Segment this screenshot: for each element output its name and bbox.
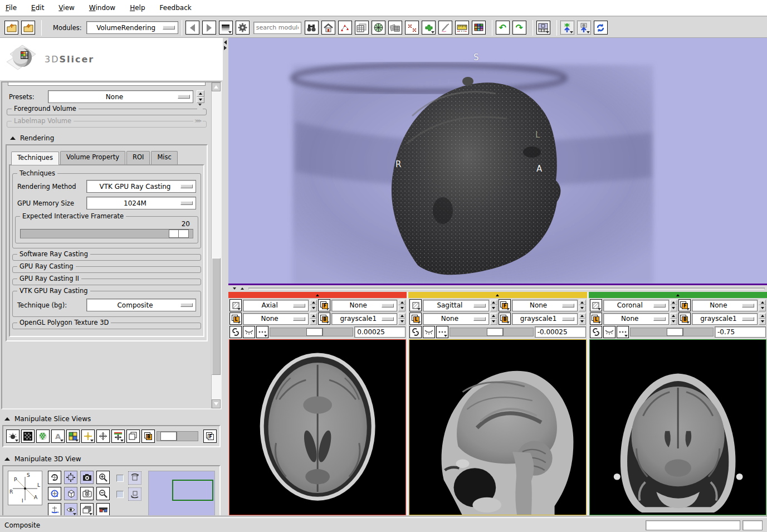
menu-feedback[interactable]: Feedback <box>160 4 192 12</box>
labelmap-spinner[interactable] <box>310 313 317 325</box>
screenshot-button[interactable] <box>80 471 94 484</box>
editor-module-button[interactable] <box>422 21 436 35</box>
sagittal-controller-bar[interactable] <box>408 292 587 298</box>
foreground-spinner[interactable] <box>398 300 406 311</box>
slice-plane-visibility-button[interactable] <box>409 299 422 311</box>
link-views-button[interactable] <box>590 326 602 338</box>
home-module-button[interactable] <box>321 21 335 35</box>
3d-view[interactable]: S R A L <box>228 38 767 285</box>
tab-techniques[interactable]: Techniques <box>11 152 59 165</box>
orientation-select[interactable]: Sagittal <box>423 300 488 311</box>
gpu-memory-select[interactable]: 1024M <box>86 197 196 209</box>
data-module-button[interactable] <box>372 21 385 35</box>
splitter-groove[interactable] <box>248 287 765 290</box>
menu-view[interactable]: View <box>58 4 74 12</box>
module-forward-button[interactable] <box>202 21 216 35</box>
slice-more-options-button[interactable] <box>436 326 448 338</box>
module-history-button[interactable] <box>219 21 233 35</box>
manipulate-slice-views-header[interactable]: Manipulate Slice Views <box>0 412 223 425</box>
foreground-volume-select[interactable]: None <box>512 300 578 311</box>
rendering-section-header[interactable]: Rendering <box>6 131 208 144</box>
foreground-volume-collapse-button[interactable] <box>197 106 203 114</box>
spin-checkbox[interactable] <box>116 475 124 482</box>
scroll-up-button[interactable] <box>212 82 221 91</box>
slice-offset-slider[interactable] <box>450 328 533 336</box>
collapse-left-icon[interactable] <box>224 40 227 45</box>
horizontal-splitter[interactable] <box>228 285 767 292</box>
module-settings-button[interactable] <box>236 21 250 35</box>
slice-offset-input[interactable] <box>715 326 766 338</box>
orientation-select[interactable]: Axial <box>243 300 309 311</box>
coronal-controller-bar[interactable] <box>589 292 767 298</box>
background-volume-select[interactable]: grayscale1 <box>331 313 397 325</box>
fiducials-module-button[interactable] <box>338 21 352 35</box>
menu-window[interactable]: Window <box>89 4 115 12</box>
layout-chooser-button[interactable] <box>536 21 550 35</box>
crosshair-button[interactable] <box>81 429 95 443</box>
technique-bg-select[interactable]: Composite <box>86 299 196 311</box>
vertical-splitter[interactable] <box>223 38 228 517</box>
slice-layout-single-button[interactable] <box>126 429 140 443</box>
foreground-spinner[interactable] <box>579 300 586 311</box>
slice-offset-slider[interactable] <box>270 328 353 336</box>
zoom-in-button[interactable] <box>96 471 110 484</box>
manipulate-3d-view-header[interactable]: Manipulate 3D View <box>0 452 223 465</box>
orientation-spinner[interactable] <box>670 300 677 311</box>
screen-capture-button[interactable] <box>560 21 574 35</box>
slice-offset-input[interactable] <box>354 326 406 338</box>
undo-button[interactable]: ↶ <box>496 21 510 35</box>
rock-view-button[interactable] <box>128 487 141 501</box>
foreground-layer-button[interactable]: F <box>678 299 691 311</box>
rotate-view-button[interactable] <box>48 471 61 484</box>
menu-edit[interactable]: Edit <box>31 4 44 12</box>
rotate-camera-button[interactable] <box>48 487 61 500</box>
search-modules-input[interactable] <box>253 22 301 34</box>
orientation-select[interactable]: Coronal <box>603 300 669 311</box>
slice-more-options-button[interactable] <box>617 326 629 338</box>
slice-visibility-button[interactable] <box>6 429 19 443</box>
scrollbar-thumb[interactable] <box>212 258 221 375</box>
labelmap-volume-collapse-button[interactable]: ⋙ <box>193 118 203 124</box>
collapse-down-icon[interactable] <box>233 287 236 290</box>
foreground-layer-button[interactable]: F <box>499 299 511 311</box>
slice-compositing-button[interactable] <box>66 429 80 443</box>
labelmap-volume-select[interactable]: None <box>423 313 488 325</box>
slice-grid-button[interactable] <box>96 429 110 443</box>
scene-snapshot-button[interactable] <box>577 21 591 35</box>
measurements-module-button[interactable] <box>438 21 452 35</box>
zoom-out-button[interactable] <box>96 487 110 500</box>
perspective-button[interactable] <box>64 487 77 500</box>
slice-more-options-button[interactable] <box>256 326 268 338</box>
background-spinner[interactable] <box>579 313 586 325</box>
sagittal-slice-image[interactable] <box>409 339 586 515</box>
foreground-layer-button[interactable]: F <box>318 299 330 311</box>
panel-scrollbar[interactable] <box>211 82 221 408</box>
slice-offset-slider[interactable] <box>630 328 714 336</box>
slider-thumb[interactable] <box>487 328 504 336</box>
background-volume-select[interactable]: grayscale1 <box>512 313 578 325</box>
module-selector[interactable]: VolumeRendering <box>86 21 178 34</box>
navigation-zoom-rect[interactable] <box>172 480 213 501</box>
labelmap-layer-button[interactable]: L <box>409 313 422 325</box>
labelmap-layer-button[interactable]: L <box>590 313 602 325</box>
spin-view-button[interactable] <box>128 471 141 485</box>
labelmap-volume-select[interactable]: None <box>603 313 669 325</box>
fit-to-window-button[interactable]: F <box>203 429 217 443</box>
ruler-module-button[interactable] <box>455 21 469 35</box>
background-volume-select[interactable]: grayscale1 <box>692 313 758 325</box>
slice-background-toggle-button[interactable]: B <box>141 429 155 443</box>
foreground-spinner[interactable] <box>759 300 766 311</box>
look-from-button[interactable] <box>64 503 77 516</box>
orientation-spinner[interactable] <box>310 300 317 311</box>
background-spinner[interactable] <box>398 313 406 325</box>
compare-refresh-button[interactable] <box>594 21 608 35</box>
background-layer-button[interactable]: B <box>678 313 691 325</box>
colors-module-button[interactable] <box>472 21 486 35</box>
link-views-button[interactable] <box>229 326 242 338</box>
slice-plane-visibility-button[interactable] <box>229 299 242 311</box>
orientation-spinner[interactable] <box>490 300 497 311</box>
snapshot-button[interactable] <box>80 487 94 500</box>
expand-up-icon[interactable] <box>241 287 244 290</box>
slice-plane-visibility-button[interactable] <box>590 299 602 311</box>
foreground-volume-select[interactable]: None <box>331 300 397 311</box>
